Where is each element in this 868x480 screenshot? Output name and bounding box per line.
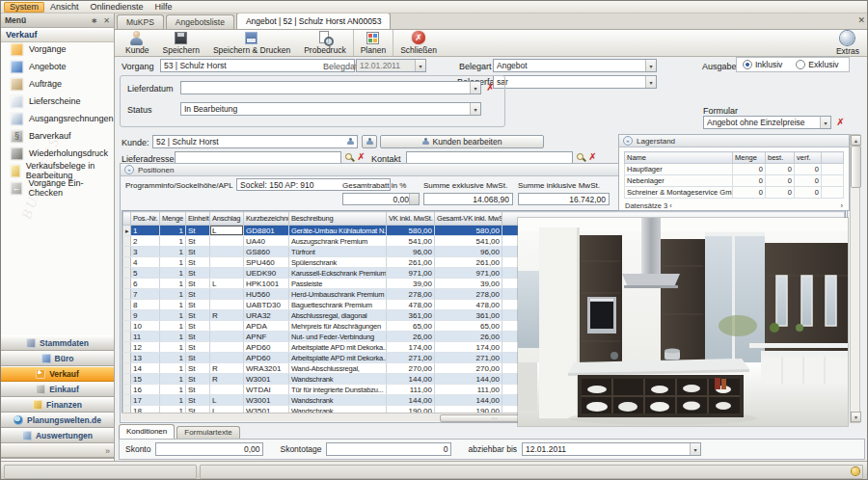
row-selector[interactable] [123,310,131,321]
clear-lieferdatum-icon[interactable]: ✗ [485,82,496,93]
ausgabe-radio-option[interactable]: Inklusiv [743,60,782,69]
toolbar-button[interactable]: Speichern & Drucken [206,30,297,56]
sidebar-nav-bar[interactable]: Verkauf [1,366,114,382]
document-tab[interactable]: Angebot | 52 | Schulz Horst AN00053 [236,13,392,29]
sidebar-nav-bar[interactable]: Auswertungen [1,428,114,443]
document-tab[interactable]: MuKPS [117,14,164,29]
lagerstand-row[interactable]: Hauptlager 0 0 0 [625,164,844,175]
row-selector[interactable] [123,289,131,300]
scroll-up-icon[interactable]: ▲ [851,135,861,146]
lieferdatum-input[interactable]: ▾ [180,81,481,94]
formular-select[interactable]: Angebot ohne Einzelpreise▾ [703,116,831,129]
toolbar-button[interactable]: Probedruck [297,30,352,56]
close-icon[interactable]: ✕ [103,16,110,25]
row-selector[interactable] [123,300,131,310]
vertical-scrollbar[interactable]: ▲ ▼ [850,134,860,423]
dropdown-arrow-icon[interactable]: ▾ [690,443,700,455]
row-selector[interactable] [123,236,131,247]
menu-item[interactable]: Hilfe [149,2,178,13]
sidebar-item[interactable]: Lieferscheine [1,93,114,110]
spinner-icon[interactable] [409,194,419,204]
column-header[interactable]: Menge [733,152,766,164]
column-header[interactable]: VK inkl. MwSt. [387,212,435,226]
column-header[interactable]: Menge [160,212,186,226]
pin-icon[interactable]: ∗ [91,16,97,25]
column-header[interactable] [822,152,844,164]
kunde-input[interactable]: 52 | Schulz Horst [152,135,358,148]
sidebar-item[interactable]: Barverkauf [1,127,114,145]
column-header[interactable]: Beschreibung [289,212,387,226]
sidebar-nav-bar[interactable]: Einkauf [1,382,114,397]
row-selector[interactable] [123,279,131,289]
skonto-input[interactable]: 0,00 [155,442,263,456]
menu-item[interactable]: Onlinedienste [85,2,149,13]
column-header[interactable]: best. [766,152,795,164]
sidebar-item[interactable]: Aufträge [1,75,114,93]
ausgabe-radio-option[interactable]: Exklusiv [796,60,838,69]
toolbar-button[interactable]: Planen [353,30,393,56]
sidebar-nav-bar[interactable]: Planungswelten.de [1,413,114,428]
column-header[interactable]: Kurzbezeichnung [244,212,289,226]
extras-button[interactable]: Extras [836,31,859,56]
clear-kontakt-icon[interactable]: ✗ [587,151,598,163]
sidebar-nav-bar[interactable]: Büro [1,351,114,366]
row-selector[interactable] [123,257,131,268]
column-header[interactable]: Pos.-Nr. [131,212,160,226]
sidebar-nav-bar[interactable]: Stammdaten [1,335,114,351]
skontotage-input[interactable]: 0 [326,442,451,456]
dropdown-arrow-icon[interactable]: ▾ [645,76,656,88]
clear-formular-icon[interactable]: ✗ [835,117,846,128]
sidebar-item[interactable]: Ausgangsrechnungen [1,110,114,127]
bottom-tab[interactable]: Konditionen [119,424,175,439]
chevron-icon[interactable]: » [105,446,110,456]
sidebar-item[interactable]: Verkaufsbelege in Bearbeitung [1,162,114,179]
collapse-icon[interactable]: » [124,165,134,174]
toolbar-button[interactable]: Kunde [119,30,156,56]
row-selector[interactable] [123,332,131,342]
row-selector[interactable] [123,395,131,406]
edit-customer-button[interactable]: Kunden bearbeiten [380,135,544,148]
column-header[interactable]: Einheit [186,212,210,226]
belegart-select[interactable]: Angebot▾ [493,59,657,72]
document-tab[interactable]: Angebotsliste [166,14,234,29]
sidebar-item[interactable]: Vorgänge Ein-Checken [1,179,114,197]
pager-next-icon[interactable]: › [841,201,844,210]
column-header[interactable]: Name [625,152,733,164]
sidebar-item[interactable]: Wiederholungsdruck [1,145,114,162]
row-selector[interactable] [123,385,131,395]
row-selector[interactable] [123,374,131,385]
row-selector[interactable] [123,226,131,236]
gesamtrabatt-input[interactable]: 0,00 [342,193,420,205]
bottom-tab[interactable]: Formulartexte [176,426,239,439]
sidebar-item[interactable]: Angebote [1,58,114,75]
dropdown-arrow-icon[interactable]: ▾ [470,103,480,115]
row-selector[interactable] [123,321,131,332]
scrollbar-thumb[interactable] [851,146,861,188]
row-selector[interactable] [123,353,131,363]
lagerstand-row[interactable]: Schreiner & Montageservice GmbH 0 0 0 [625,187,844,199]
sidebar-item[interactable]: Vorgänge [1,40,114,58]
close-pane-icon[interactable]: ✕ [857,15,865,25]
dropdown-arrow-icon[interactable]: ▾ [645,60,656,71]
column-header[interactable] [123,212,131,226]
edit-customer-icon-button[interactable] [362,135,377,148]
abziehbar-bis-input[interactable]: 12.01.2011▾ [522,442,701,456]
column-header[interactable]: verf. [795,152,822,164]
menu-item[interactable]: System [4,2,44,13]
clear-lieferadresse-icon[interactable]: ✗ [356,151,366,163]
column-header[interactable]: Anschlag [210,212,244,226]
row-selector[interactable] [123,247,131,257]
menu-item[interactable]: Ansicht [44,2,85,13]
belegerfasser-select[interactable]: sar▾ [493,75,657,89]
collapse-icon[interactable]: » [623,136,633,146]
column-header[interactable]: Gesamt-VK inkl. MwSt. [435,212,502,226]
dropdown-arrow-icon[interactable]: ▾ [820,117,830,128]
dropdown-arrow-icon[interactable]: ▾ [470,82,480,93]
status-select[interactable]: In Bearbeitung▾ [180,102,481,116]
row-selector[interactable] [123,268,131,279]
scroll-down-icon[interactable]: ▼ [851,412,861,422]
sidebar-nav-bar[interactable]: Finanzen [1,397,114,413]
toolbar-button[interactable]: Speichern [156,30,206,56]
row-selector[interactable] [123,342,131,353]
row-selector[interactable] [123,363,131,374]
